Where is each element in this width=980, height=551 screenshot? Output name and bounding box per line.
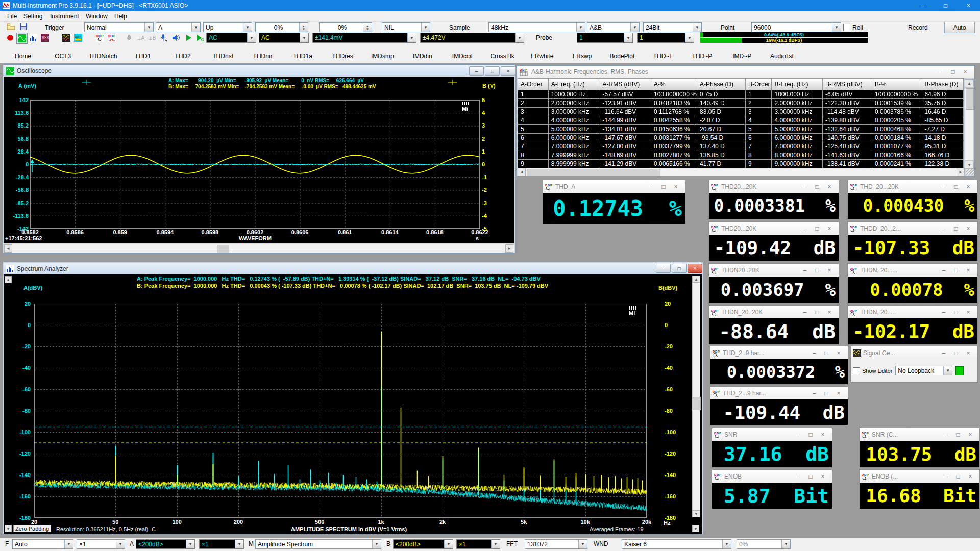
dropdown-arrow-icon[interactable]: ▼ — [372, 540, 381, 548]
save-button[interactable] — [19, 23, 28, 31]
maximize-button[interactable]: □ — [804, 431, 817, 438]
tab-home[interactable]: Home — [12, 49, 34, 63]
dropdown-arrow-icon[interactable]: ▼ — [630, 23, 639, 32]
maximize-button[interactable]: □ — [950, 267, 962, 274]
harmonic-data-table[interactable]: A-OrderA-Freq. (Hz)A-RMS (dBV)A-%A-Phase… — [518, 78, 964, 168]
maximize-button[interactable]: □ — [952, 431, 964, 438]
tab-thdnir[interactable]: THDnir — [250, 49, 276, 63]
b-zoom-select[interactable]: ×1▼ — [456, 539, 500, 549]
spectrum-v-scrollbar[interactable] — [692, 276, 700, 517]
tab-imdp[interactable]: IMD~P — [729, 49, 754, 63]
range-b-select[interactable]: ±4.472V▼ — [420, 33, 524, 43]
tab-thdp[interactable]: THD~P — [689, 49, 716, 63]
dropdown-arrow-icon[interactable]: ▼ — [243, 23, 252, 32]
trigger-mode-select[interactable]: Normal▼ — [84, 22, 154, 32]
dropdown-arrow-icon[interactable]: ▼ — [247, 33, 256, 42]
dropdown-arrow-icon[interactable]: ▼ — [515, 33, 524, 42]
table-v-thumb[interactable] — [966, 88, 974, 110]
minimize-button[interactable]: – — [792, 431, 804, 438]
spectrum-plot[interactable] — [34, 304, 647, 518]
sample-rate-select[interactable]: 48kHz▼ — [488, 22, 585, 32]
dropdown-arrow-icon[interactable]: ▼ — [685, 33, 694, 42]
minimize-button[interactable]: – — [808, 349, 820, 357]
x-zoom-select[interactable]: ×1▼ — [77, 539, 125, 549]
close-button[interactable]: × — [962, 309, 974, 316]
speaker-button[interactable] — [170, 33, 181, 43]
loopback-select[interactable]: No Loopback▼ — [895, 366, 952, 375]
points-select[interactable]: 96000▼ — [751, 22, 841, 32]
open-button[interactable] — [6, 23, 15, 31]
tab-thdnsl[interactable]: THDnsl — [209, 49, 236, 63]
trigger-delay-spinner-spin[interactable]: ▲▼ — [363, 23, 372, 32]
dropdown-arrow-icon[interactable]: ▼ — [693, 23, 701, 32]
scope-scroll-right[interactable]: ► — [505, 244, 513, 253]
tab-thd2[interactable]: THD2 — [172, 49, 193, 63]
tab-crosstlk[interactable]: CrossTlk — [487, 49, 517, 63]
maximize-button[interactable]: □ — [804, 473, 817, 480]
table-row[interactable]: 87.999999 kHz-148.69 dBV0.0027807 %136.8… — [518, 151, 964, 160]
column-header[interactable]: B-% — [872, 79, 922, 90]
close-button[interactable]: × — [962, 183, 974, 190]
bit-depth-select[interactable]: 24Bit▼ — [643, 22, 702, 32]
minimize-button[interactable]: – — [911, 0, 934, 11]
tab-thdf[interactable]: THD~f — [650, 49, 674, 63]
coupling-a-select[interactable]: AC▼ — [206, 33, 256, 43]
range-a-select[interactable]: ±141.4mV▼ — [312, 33, 416, 43]
show-editor-checkbox[interactable] — [853, 367, 860, 374]
maximize-button[interactable]: □ — [950, 349, 962, 357]
tab-imddin[interactable]: IMDdin — [410, 49, 435, 63]
column-header[interactable]: A-RMS (dBV) — [600, 79, 651, 90]
dropdown-arrow-icon[interactable]: ▼ — [407, 33, 416, 42]
calibration-bell-button[interactable] — [124, 33, 134, 43]
a-range-select[interactable]: <200dB>▼ — [136, 539, 195, 549]
minimize-button[interactable]: – — [938, 225, 950, 232]
tab-bodeplot[interactable]: BodePlot — [607, 49, 638, 63]
column-header[interactable]: A-Freq. (Hz) — [548, 79, 600, 90]
probe-b-select[interactable]: 1▼ — [637, 33, 694, 43]
table-scroll-left[interactable]: ◄ — [518, 168, 526, 176]
dropdown-arrow-icon[interactable]: ▼ — [235, 540, 243, 548]
fft-size-select[interactable]: 131072▼ — [525, 539, 587, 549]
restore-button[interactable]: □ — [672, 264, 687, 273]
dropdown-arrow-icon[interactable]: ▼ — [444, 540, 453, 548]
tab-thd1a[interactable]: THD1a — [290, 49, 315, 63]
minimize-button[interactable]: – — [808, 390, 820, 397]
dropdown-arrow-icon[interactable]: ▼ — [832, 23, 841, 32]
table-scroll-right[interactable]: ► — [957, 168, 965, 176]
a-zoom-select[interactable]: ×1▼ — [199, 539, 244, 549]
close-button[interactable]: × — [823, 183, 836, 190]
close-button[interactable]: × — [688, 264, 702, 273]
roll-checkbox[interactable]: Roll — [843, 23, 874, 32]
trigger-marker-b[interactable] — [448, 80, 457, 85]
column-header[interactable]: B-Order — [745, 79, 772, 90]
table-resize-grip[interactable] — [966, 169, 974, 175]
scope-h-scrollbar[interactable] — [4, 244, 514, 253]
spectrum-scroll-down[interactable]: ▼ — [692, 510, 700, 517]
column-header[interactable]: A-Phase (D) — [697, 79, 746, 90]
close-button[interactable]: × — [832, 390, 845, 397]
spectrum-pan-down-left[interactable]: ▼ — [5, 525, 12, 532]
dropdown-arrow-icon[interactable]: ▼ — [578, 540, 587, 548]
close-button[interactable]: × — [962, 225, 974, 232]
trigger-level-spinner[interactable]: 0%▲▼ — [255, 22, 308, 32]
spectrum-tool-button[interactable] — [28, 33, 38, 43]
tab-oct3[interactable]: OCT3 — [52, 49, 74, 63]
maximize-button[interactable]: □ — [950, 309, 962, 316]
tab-thdnotch[interactable]: THDNotch — [86, 49, 120, 63]
extra-percent-select[interactable]: 0%▼ — [737, 539, 791, 549]
maximize-button[interactable]: □ — [950, 225, 962, 232]
multimeter-tool-button[interactable]: 888 — [40, 33, 50, 43]
close-button[interactable]: × — [957, 0, 980, 11]
dropdown-arrow-icon[interactable]: ▼ — [191, 23, 200, 32]
table-row[interactable]: 98.999999 kHz-141.29 dBV0.0065166 %41.77… — [518, 160, 964, 168]
minimize-button[interactable]: – — [938, 183, 950, 190]
table-row[interactable]: 44.000000 kHz-144.99 dBV0.0042558 %-2.07… — [518, 116, 964, 125]
dropdown-arrow-icon[interactable]: ▼ — [491, 540, 500, 548]
column-header[interactable]: B-Freq. (Hz) — [772, 79, 823, 90]
sound-device-button[interactable] — [158, 33, 168, 43]
minimize-button[interactable]: – — [940, 431, 952, 438]
menu-item-file[interactable]: File — [4, 13, 20, 20]
close-button[interactable]: × — [832, 349, 845, 357]
maximize-button[interactable]: □ — [811, 225, 823, 232]
close-button[interactable]: × — [501, 66, 516, 76]
